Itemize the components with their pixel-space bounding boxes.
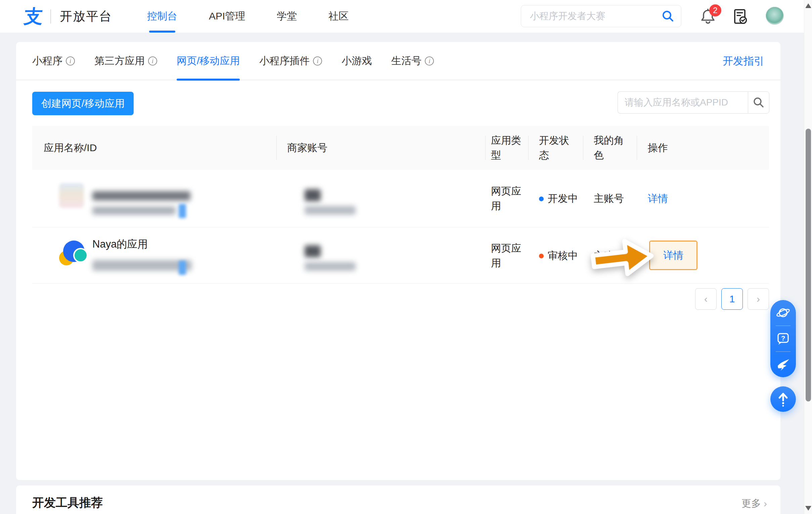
column-divider — [583, 136, 583, 160]
task-checklist-icon[interactable] — [732, 8, 748, 25]
planet-icon[interactable] — [776, 305, 790, 320]
dev-tools-section: 开发工具推荐 更多 › — [16, 485, 780, 514]
column-divider — [528, 136, 528, 160]
app-search-input[interactable] — [617, 91, 748, 114]
info-icon[interactable]: i — [148, 56, 157, 65]
merchant-id-redacted — [304, 262, 356, 271]
app-search-group — [617, 91, 770, 114]
dev-tools-title: 开发工具推荐 — [32, 495, 103, 511]
tab-third-party-app[interactable]: 第三方应用 i — [94, 42, 157, 80]
app-id-redacted — [92, 260, 192, 271]
role-cell: 主账号 — [594, 249, 624, 262]
app-name-redacted — [92, 191, 191, 201]
pill-divider — [776, 325, 790, 326]
app-logo-naya — [59, 240, 86, 267]
status-dot-orange — [539, 254, 544, 258]
dev-status-cell: 开发中 — [539, 191, 578, 206]
browser-scrollbar[interactable] — [804, 0, 812, 514]
scrollbar-up-arrow-icon[interactable] — [805, 3, 811, 8]
dev-guide-link[interactable]: 开发指引 — [723, 42, 764, 80]
tab-mini-game[interactable]: 小游戏 — [342, 42, 372, 80]
global-search-input[interactable] — [521, 11, 662, 22]
app-type-tabbar: 小程序 i 第三方应用 i 网页/移动应用 小程序插件 i 小游戏 生活号 i … — [16, 42, 780, 80]
tab-mini-program-plugin[interactable]: 小程序插件 i — [259, 42, 322, 80]
brand-title: 开放平台 — [60, 8, 112, 25]
back-to-top-button[interactable] — [771, 386, 796, 412]
merchant-account-redacted — [304, 189, 321, 201]
pagination: ‹ 1 › — [695, 288, 769, 310]
app-id-redacted — [92, 207, 176, 215]
copy-icon[interactable] — [179, 204, 186, 218]
column-divider — [277, 136, 277, 160]
copy-icon[interactable] — [179, 261, 186, 275]
column-header-app-type: 应用类型 — [491, 133, 526, 163]
column-header-merchant-account: 商家账号 — [287, 140, 327, 155]
pagination-next-button[interactable]: › — [748, 288, 769, 310]
detail-button-highlighted[interactable]: 详情 — [649, 240, 697, 270]
alipay-logo-icon: 支 — [23, 5, 44, 28]
info-icon[interactable]: i — [66, 56, 75, 65]
info-icon[interactable]: i — [313, 56, 322, 65]
app-logo-redacted — [59, 183, 84, 208]
app-type-cell: 网页应用 — [491, 241, 526, 270]
brand-logo[interactable]: 支 开放平台 — [24, 5, 112, 28]
status-dot-blue — [539, 197, 544, 201]
top-nav: 控制台 API管理 学堂 社区 — [147, 0, 349, 33]
scrollbar-thumb[interactable] — [806, 128, 811, 401]
pill-divider — [776, 351, 790, 352]
create-web-mobile-app-button[interactable]: 创建网页/移动应用 — [32, 92, 134, 115]
table-header: 应用名称/ID 商家账号 应用类型 开发状态 我的角色 操作 — [32, 126, 769, 170]
search-icon[interactable] — [662, 10, 674, 23]
merchant-account-redacted — [304, 245, 321, 257]
notification-badge: 2 — [709, 4, 721, 17]
more-link[interactable]: 更多 › — [742, 497, 767, 510]
back-to-top-arrow-icon — [776, 391, 790, 407]
column-header-dev-status: 开发状态 — [539, 133, 574, 163]
dev-status-cell: 审核中 — [539, 248, 578, 263]
column-divider — [637, 136, 637, 160]
pagination-page-1[interactable]: 1 — [721, 288, 743, 310]
scrollbar-down-arrow-icon[interactable] — [805, 506, 811, 511]
app-type-cell: 网页应用 — [491, 184, 526, 213]
nav-item-community[interactable]: 社区 — [328, 0, 349, 33]
nav-item-api-management[interactable]: API管理 — [209, 0, 245, 33]
tab-mini-program[interactable]: 小程序 i — [32, 42, 75, 80]
nav-item-academy[interactable]: 学堂 — [277, 0, 297, 33]
chevron-right-icon: › — [764, 498, 767, 509]
floating-helper-pill: ? — [771, 300, 796, 377]
app-search-button[interactable] — [748, 91, 770, 114]
app-name: Naya的应用 — [92, 237, 148, 251]
column-header-my-role: 我的角色 — [594, 133, 629, 163]
column-header-app-name-id: 应用名称/ID — [44, 140, 97, 155]
column-header-actions: 操作 — [648, 140, 668, 155]
app-list-panel: 小程序 i 第三方应用 i 网页/移动应用 小程序插件 i 小游戏 生活号 i … — [16, 42, 780, 480]
info-icon[interactable]: i — [425, 56, 434, 65]
tab-web-mobile-app[interactable]: 网页/移动应用 — [177, 42, 240, 80]
user-avatar[interactable] — [766, 7, 784, 25]
role-cell: 主账号 — [594, 192, 624, 205]
global-search-box — [521, 5, 682, 27]
alipay-open-platform-console: 支 开放平台 控制台 API管理 学堂 社区 2 小程序 — [0, 0, 812, 514]
nav-item-console[interactable]: 控制台 — [147, 0, 177, 33]
detail-link[interactable]: 详情 — [648, 192, 668, 205]
svg-text:?: ? — [781, 335, 785, 342]
tab-lifestyle-account[interactable]: 生活号 i — [391, 42, 434, 80]
feedback-bird-icon[interactable] — [776, 357, 790, 372]
column-divider — [485, 136, 486, 160]
pagination-prev-button[interactable]: ‹ — [695, 288, 717, 310]
logo-divider — [50, 9, 51, 24]
table-row: Naya的应用 网页应用 审核中 主账号 详情 — [32, 228, 769, 284]
top-navigation-bar: 支 开放平台 控制台 API管理 学堂 社区 2 — [0, 0, 812, 33]
help-icon[interactable]: ? — [776, 331, 790, 346]
table-row: 网页应用 开发中 主账号 详情 — [32, 170, 769, 227]
merchant-id-redacted — [304, 206, 356, 215]
